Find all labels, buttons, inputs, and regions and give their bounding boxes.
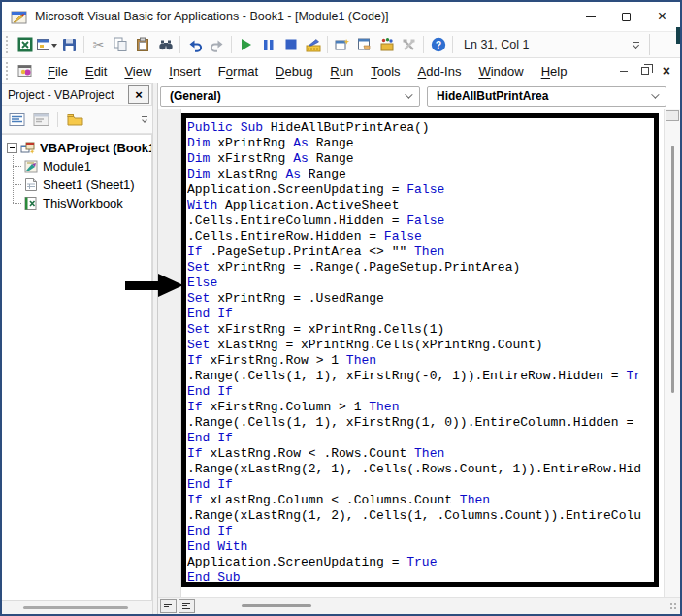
menu-debug[interactable]: Debug <box>267 60 321 82</box>
code-line[interactable]: Dim xPrintRng As Range <box>187 136 654 151</box>
code-line[interactable]: If xFirstRng.Column > 1 Then <box>187 400 654 415</box>
vscroll-thumb[interactable] <box>671 146 674 393</box>
project-explorer-panel: Project - VBAProject × <box>2 83 152 614</box>
copy-icon[interactable] <box>110 34 132 55</box>
view-object-icon[interactable] <box>31 111 50 128</box>
code-line[interactable]: Set xFirstRng = xPrintRng.Cells(1) <box>187 322 654 338</box>
code-line[interactable]: With Application.ActiveSheet <box>187 198 654 213</box>
maximize-icon <box>622 13 631 21</box>
code-line[interactable]: .Range(xLastRng(2, 1), .Cells(.Rows.Coun… <box>187 462 654 477</box>
break-icon[interactable] <box>257 34 279 55</box>
child-restore-icon[interactable] <box>641 67 649 75</box>
menu-run[interactable]: Run <box>321 60 362 82</box>
menu-file[interactable]: File <box>39 60 77 82</box>
code-line[interactable]: Else <box>187 276 654 291</box>
menu-add-ins[interactable]: Add-Ins <box>409 60 471 82</box>
close-button[interactable]: × <box>644 2 680 31</box>
run-icon[interactable] <box>235 34 257 55</box>
toolbar-drag-grip[interactable] <box>6 36 9 53</box>
insert-userform-icon[interactable] <box>36 34 58 55</box>
procedure-view-button[interactable] <box>160 599 177 613</box>
code-line[interactable]: .Range(.Cells(1, 1), xFirstRng(-0, 1)).E… <box>187 369 654 384</box>
project-explorer-icon[interactable] <box>331 34 353 55</box>
code-line[interactable]: .Range(xLastRng(1, 2), .Cells(1, .Column… <box>187 508 654 524</box>
menu-window[interactable]: Window <box>470 60 532 82</box>
reset-icon[interactable] <box>279 34 302 55</box>
menu-view[interactable]: View <box>115 60 160 82</box>
child-minimize-icon[interactable] <box>620 71 628 72</box>
code-line[interactable]: .Cells.EntireRow.Hidden = False <box>187 229 654 244</box>
toggle-folders-icon[interactable] <box>65 111 84 128</box>
code-line[interactable]: If xLastRng.Column < .Columns.Count Then <box>187 493 654 508</box>
hscroll-thumb[interactable] <box>23 606 128 609</box>
object-dropdown[interactable]: (General) <box>160 86 420 107</box>
code-line[interactable]: End Sub <box>187 570 654 586</box>
tree-item-label: ThisWorkbook <box>43 196 123 211</box>
menu-help[interactable]: Help <box>533 60 576 82</box>
maximize-button[interactable] <box>608 2 644 31</box>
code-vertical-scrollbar[interactable] <box>664 109 680 597</box>
code-line[interactable]: End If <box>187 477 654 493</box>
dropdown-caret-icon <box>51 44 57 50</box>
procedure-dropdown[interactable]: HideAllButPrintArea <box>427 86 666 107</box>
code-line[interactable]: Dim xLastRng As Range <box>187 167 654 182</box>
code-line[interactable]: Application.ScreenUpdating = False <box>187 182 654 198</box>
redo-icon[interactable] <box>206 34 228 55</box>
code-line[interactable]: .Range(.Cells(1, 1), xFirstRng(1, 0)).En… <box>187 415 654 431</box>
menu-format[interactable]: Format <box>210 60 267 82</box>
code-line[interactable]: End If <box>187 384 654 400</box>
menu-insert[interactable]: Insert <box>160 60 210 82</box>
tree-item-vbaproject[interactable]: VBAProject (Book1 <box>5 138 151 157</box>
code-line[interactable]: Application.ScreenUpdating = True <box>187 555 654 570</box>
save-icon[interactable] <box>58 34 81 55</box>
code-line[interactable]: Dim xFirstRng As Range <box>187 151 654 167</box>
minimize-button[interactable] <box>572 2 608 31</box>
code-line[interactable]: End If <box>187 431 654 446</box>
undo-icon[interactable] <box>183 34 206 55</box>
toolbar-overflow-button[interactable] <box>629 34 643 55</box>
menubar-drag-grip[interactable] <box>6 62 9 80</box>
standard-toolbar: ✂ <box>2 31 680 58</box>
arrow-annotation <box>125 274 183 297</box>
view-code-icon[interactable] <box>7 111 26 128</box>
code-line[interactable]: .Cells.EntireColumn.Hidden = False <box>187 213 654 229</box>
tree-item-module1[interactable]: Module1 <box>5 157 151 176</box>
child-close-icon[interactable]: × <box>663 64 670 78</box>
code-line[interactable]: End If <box>187 307 654 322</box>
resize-grip[interactable] <box>668 601 677 610</box>
code-line[interactable]: If xFirstRng.Row > 1 Then <box>187 353 654 369</box>
help-icon[interactable]: ? <box>427 34 449 55</box>
code-line[interactable]: Set xPrintRng = .UsedRange <box>187 291 654 307</box>
code-line[interactable]: End With <box>187 539 654 555</box>
hscroll-thumb[interactable] <box>242 604 311 607</box>
code-line[interactable]: If .PageSetup.PrintArea <> "" Then <box>187 244 654 260</box>
window-split-box[interactable] <box>666 110 679 121</box>
design-mode-icon[interactable] <box>302 34 324 55</box>
properties-window-icon[interactable] <box>353 34 375 55</box>
paste-icon[interactable] <box>132 34 154 55</box>
tree-item-thisworkbook[interactable]: ThisWorkbook <box>5 194 151 212</box>
code-margin-indicator-bar[interactable] <box>158 109 181 597</box>
tree-item-sheet1-sheet1-[interactable]: Sheet1 (Sheet1) <box>5 176 151 194</box>
code-line[interactable]: Public Sub HideAllButPrintArea() <box>187 120 654 136</box>
full-module-view-button[interactable] <box>179 599 195 613</box>
sheet-icon <box>23 178 39 192</box>
code-line[interactable]: Set xPrintRng = .Range(.PageSetup.PrintA… <box>187 260 654 276</box>
cut-icon[interactable]: ✂ <box>87 34 110 55</box>
code-text-area[interactable]: Public Sub HideAllButPrintArea()Dim xPri… <box>187 120 654 595</box>
code-line[interactable]: End If <box>187 524 654 539</box>
view-microsoft-excel-icon[interactable] <box>14 34 36 55</box>
toolbox-icon[interactable] <box>398 34 420 55</box>
code-line[interactable]: If xLastRng.Row < .Rows.Count Then <box>187 446 654 462</box>
collapse-icon[interactable] <box>7 143 17 153</box>
tree-connector <box>13 184 21 185</box>
menu-tools[interactable]: Tools <box>362 60 408 82</box>
project-panel-hscrollbar[interactable] <box>2 601 152 614</box>
project-panel-close-button[interactable]: × <box>128 85 149 104</box>
menu-edit[interactable]: Edit <box>77 60 115 82</box>
object-browser-icon[interactable] <box>375 34 398 55</box>
panel-overflow-button[interactable] <box>142 116 147 122</box>
code-line[interactable]: Set xLastRng = xPrintRng.Cells(xPrintRng… <box>187 338 654 353</box>
vba-app-icon[interactable] <box>11 9 27 25</box>
find-icon[interactable] <box>154 34 177 55</box>
